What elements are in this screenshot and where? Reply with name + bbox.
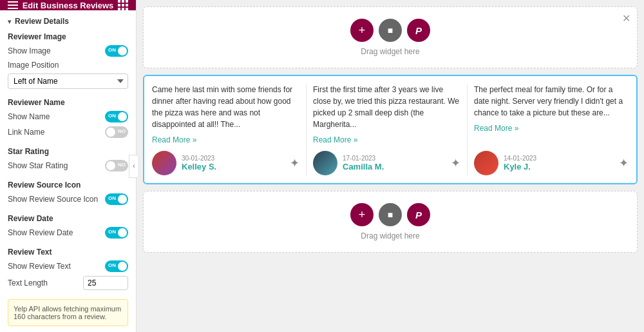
bottom-add-widget-button[interactable]: + [350,203,374,226]
review-text-1: Came here last min with some friends for… [152,84,299,130]
image-position-row: Image Position [8,61,128,70]
sidebar-collapse-button[interactable]: ‹ [129,155,139,178]
reviewer-avatar-1 [152,151,176,175]
show-star-label: Show Star Rating [8,161,68,170]
show-text-toggle[interactable]: ON [105,260,128,272]
bottom-square-icon: ■ [388,210,393,220]
link-name-row: Link Name NO [8,126,128,138]
read-more-2[interactable]: Read More » [313,135,460,144]
sidebar: Edit Business Reviews ▾ Review Details R… [0,0,137,332]
reviewer-info-2: 17-01-2023 Camilla M. ✦ [313,151,460,175]
link-name-track: NO [105,126,128,138]
show-image-track: ON [105,45,128,57]
reviewer-date-2: 17-01-2023 [343,155,384,162]
section-arrow: ▾ [8,18,11,25]
show-name-row: Show Name ON [8,111,128,122]
yelp-icon-3: ✦ [619,156,629,170]
bottom-widget-icons: + ■ P [350,203,430,226]
show-date-row: Show Review Date ON [8,227,128,239]
main-content: ✕ + ■ P Drag widget here Came here last … [137,0,644,332]
show-name-label: Show Name [8,112,50,121]
star-rating-group: Star Rating Show Star Rating NO [8,147,128,171]
link-name-toggle[interactable]: NO [105,126,128,138]
bottom-drop-zone: + ■ P Drag widget here [143,191,638,253]
show-icon-label: Show Review Source Icon [8,195,98,204]
sidebar-header: Edit Business Reviews [0,0,136,10]
sidebar-title: Edit Business Reviews [18,1,118,10]
reviewer-details-1: 30-01-2023 Kelley S. [182,155,216,171]
reviewer-info-3: 14-01-2023 Kyle J. ✦ [474,151,629,175]
reviewer-image-label: Reviewer Image [8,32,128,41]
reviews-area: Came here last min with some friends for… [143,75,638,184]
link-name-label: Link Name [8,128,44,137]
review-card-2: First the first time after 3 years we li… [313,84,468,175]
top-widget-icons: + ■ P [350,19,430,42]
reviewer-avatar-3 [474,151,498,175]
bottom-drag-label: Drag widget here [361,231,419,240]
show-image-toggle[interactable]: ON [105,45,128,57]
image-position-label: Image Position [8,61,59,70]
yelp-icon-1: ✦ [290,156,299,170]
reviewer-name-label: Reviewer Name [8,98,128,107]
reviewer-avatar-2 [313,151,337,175]
top-drag-label: Drag widget here [361,47,419,56]
text-length-input[interactable] [83,276,128,290]
show-star-track: NO [105,160,128,171]
show-image-label: Show Image [8,46,51,55]
reviewer-image-group: Reviewer Image Show Image ON Image Posit… [8,32,128,89]
star-rating-label: Star Rating [8,147,128,156]
text-length-row: Text Length [8,276,128,290]
bottom-square-widget-button[interactable]: ■ [379,203,402,226]
show-star-toggle[interactable]: NO [105,160,128,171]
square-icon: ■ [388,25,393,35]
show-date-label: Show Review Date [8,228,73,237]
p-widget-button[interactable]: P [407,19,430,42]
bottom-p-icon: P [415,210,422,220]
review-text-label: Review Text [8,248,128,257]
review-source-group: Review Source Icon Show Review Source Ic… [8,181,128,205]
review-date-label: Review Date [8,214,128,223]
bottom-p-widget-button[interactable]: P [407,203,430,226]
reviewer-info-1: 30-01-2023 Kelley S. ✦ [152,151,299,175]
p-icon: P [415,25,422,36]
read-more-1[interactable]: Read More » [152,135,299,144]
review-text-group: Review Text Show Review Text ON Text Len… [8,248,128,290]
reviewer-date-1: 30-01-2023 [182,155,216,162]
show-name-toggle[interactable]: ON [105,111,128,122]
show-star-row: Show Star Rating NO [8,160,128,171]
review-card-1: Came here last min with some friends for… [152,84,307,175]
reviewer-name-3: Kyle J. [504,162,536,171]
show-image-row: Show Image ON [8,45,128,57]
section-title-label: Review Details [15,17,69,26]
add-icon: + [359,24,366,37]
show-date-toggle[interactable]: ON [105,227,128,239]
warning-text: Yelp API allows fetching maximum 160 cha… [14,305,121,320]
reviewer-details-3: 14-01-2023 Kyle J. [504,155,536,171]
warning-box: Yelp API allows fetching maximum 160 cha… [8,299,128,326]
section-review-details: ▾ Review Details [8,17,128,26]
image-position-select[interactable]: Left of Name Right of Name Above Name [8,73,128,89]
show-name-track: ON [105,111,128,122]
text-length-label: Text Length [8,278,48,288]
add-widget-button[interactable]: + [350,19,374,42]
review-card-3: The perfect meal for family time. Or for… [474,84,629,175]
square-widget-button[interactable]: ■ [379,19,402,42]
reviewer-date-3: 14-01-2023 [504,155,536,162]
show-date-track: ON [105,227,128,239]
review-date-group: Review Date Show Review Date ON [8,214,128,239]
review-text-2: First the first time after 3 years we li… [313,84,460,130]
apps-icon[interactable] [118,0,128,10]
reviewer-details-2: 17-01-2023 Camilla M. [343,155,384,171]
sidebar-content: ▾ Review Details Reviewer Image Show Ima… [0,10,136,332]
top-close-button[interactable]: ✕ [622,12,630,24]
top-drop-zone: ✕ + ■ P Drag widget here [143,6,638,68]
show-text-row: Show Review Text ON [8,260,128,272]
show-icon-row: Show Review Source Icon ON [8,193,128,205]
bottom-add-icon: + [359,208,366,222]
hamburger-menu[interactable] [8,1,18,9]
show-icon-toggle[interactable]: ON [105,193,128,205]
read-more-3[interactable]: Read More » [474,124,629,133]
show-text-label: Show Review Text [8,262,71,271]
reviewer-name-group: Reviewer Name Show Name ON Link Name NO [8,98,128,138]
reviewer-name-2: Camilla M. [343,162,384,171]
